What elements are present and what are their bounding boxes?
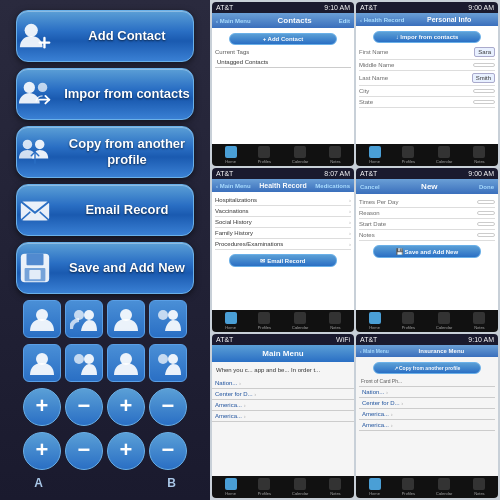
- health-nav-profiles[interactable]: Profiles: [258, 312, 271, 330]
- new-med-save-btn[interactable]: 💾 Save and Add New: [373, 245, 482, 258]
- insurance-nav-profiles[interactable]: Profiles: [402, 478, 415, 496]
- new-med-timesperday-value[interactable]: [477, 200, 495, 204]
- new-med-cancel[interactable]: Cancel: [360, 184, 380, 190]
- new-med-nav-home[interactable]: Home: [369, 312, 381, 330]
- left-panel: Add Contact Impor from contacts: [0, 0, 210, 500]
- personal-back[interactable]: ‹ Health Record: [360, 17, 404, 23]
- insurance-nation[interactable]: Nation...: [359, 387, 495, 398]
- copy-profile-icon: [17, 134, 53, 170]
- add-remove-row-1: + − + −: [23, 388, 187, 426]
- insurance-back[interactable]: ‹ Main Menu: [360, 348, 389, 354]
- insurance-nav-home[interactable]: Home: [369, 478, 381, 496]
- avatar-double-2[interactable]: [149, 300, 187, 338]
- svg-point-21: [168, 310, 178, 320]
- new-medication-screen: AT&T 9:00 AM Cancel New Done Times Per D…: [356, 168, 498, 332]
- remove-button-2[interactable]: −: [149, 388, 187, 426]
- health-nav-home-label: Home: [225, 325, 236, 330]
- ab-labels: A B: [8, 476, 202, 490]
- new-med-nav-notes[interactable]: Notes: [473, 312, 485, 330]
- copy-profile-button[interactable]: Copy from another profile: [16, 126, 194, 178]
- contacts-nav-profiles[interactable]: Profiles: [258, 146, 271, 164]
- new-med-save[interactable]: Done: [479, 184, 494, 190]
- avatar-double-3[interactable]: [65, 344, 103, 382]
- personal-carrier: AT&T: [360, 4, 377, 11]
- avatar-single-4[interactable]: [107, 344, 145, 382]
- new-med-nav-profiles[interactable]: Profiles: [402, 312, 415, 330]
- add-contact-button[interactable]: Add Contact: [16, 10, 194, 62]
- insurance-center[interactable]: Center for D...: [359, 398, 495, 409]
- personal-import-btn[interactable]: ↓ Impor from contacts: [373, 31, 482, 43]
- insurance-profiles-icon: [402, 478, 414, 490]
- email-record-button[interactable]: Email Record: [16, 184, 194, 236]
- health-vaccinations[interactable]: Vaccinations ›: [215, 206, 351, 217]
- contacts-nav-notes[interactable]: Notes: [329, 146, 341, 164]
- personal-nav-notes-label: Notes: [474, 159, 484, 164]
- insurance-america2[interactable]: America...: [359, 420, 495, 431]
- health-nav-calendar[interactable]: Calendar: [292, 312, 308, 330]
- health-nav-home[interactable]: Home: [225, 312, 237, 330]
- remove-button-3[interactable]: −: [65, 432, 103, 470]
- new-med-nav-calendar[interactable]: Calendar: [436, 312, 452, 330]
- health-social[interactable]: Social History ›: [215, 217, 351, 228]
- add-button-4[interactable]: +: [107, 432, 145, 470]
- personal-lastname-label: Last Name: [359, 75, 388, 81]
- contacts-edit[interactable]: Edit: [339, 18, 350, 24]
- insurance-copy-btn[interactable]: ↗ Copy from another profile: [373, 362, 482, 374]
- contacts-back[interactable]: ‹ Main Menu: [216, 18, 251, 24]
- insurance-nav-calendar[interactable]: Calendar: [436, 478, 452, 496]
- remove-button-1[interactable]: −: [65, 388, 103, 426]
- personal-middlename-value[interactable]: [473, 63, 495, 67]
- personal-nav-profiles[interactable]: Profiles: [402, 146, 415, 164]
- personal-nav-home[interactable]: Home: [369, 146, 381, 164]
- personal-city-value[interactable]: [473, 89, 495, 93]
- new-med-reason-value[interactable]: [477, 211, 495, 215]
- remove-button-4[interactable]: −: [149, 432, 187, 470]
- new-med-calendar-icon: [438, 312, 450, 324]
- label-a: A: [34, 476, 43, 490]
- insurance-nav-notes[interactable]: Notes: [473, 478, 485, 496]
- personal-lastname-value[interactable]: Smith: [472, 73, 495, 83]
- notes-icon: [329, 146, 341, 158]
- new-med-notes-value[interactable]: [477, 233, 495, 237]
- health-email-btn[interactable]: ✉ Email Record: [229, 254, 338, 267]
- main-menu-nation[interactable]: Nation...: [212, 378, 354, 389]
- main-menu-america2[interactable]: America...: [212, 411, 354, 422]
- health-procedures[interactable]: Procedures/Examinations ›: [215, 239, 351, 250]
- add-contact-icon: [17, 18, 53, 54]
- personal-nav-notes[interactable]: Notes: [473, 146, 485, 164]
- contacts-nav-home[interactable]: Home: [225, 146, 237, 164]
- main-menu-america1[interactable]: America...: [212, 400, 354, 411]
- health-nav-notes[interactable]: Notes: [329, 312, 341, 330]
- save-add-new-button[interactable]: Save and Add New: [16, 242, 194, 294]
- main-menu-nav-notes[interactable]: Notes: [329, 478, 341, 496]
- personal-header: ‹ Health Record Personal Info: [356, 13, 498, 26]
- avatar-double-1[interactable]: [65, 300, 103, 338]
- insurance-time: 9:10 AM: [468, 336, 494, 343]
- avatar-single-1[interactable]: [23, 300, 61, 338]
- impor-contacts-button[interactable]: Impor from contacts: [16, 68, 194, 120]
- health-family[interactable]: Family History ›: [215, 228, 351, 239]
- health-med-tab[interactable]: Medications: [315, 183, 350, 189]
- avatar-single-3[interactable]: [23, 344, 61, 382]
- new-med-startdate-value[interactable]: [477, 222, 495, 226]
- add-button-3[interactable]: +: [23, 432, 61, 470]
- personal-firstname-value[interactable]: Sara: [474, 47, 495, 57]
- insurance-america1[interactable]: America...: [359, 409, 495, 420]
- avatar-single-2[interactable]: [107, 300, 145, 338]
- insurance-statusbar: AT&T 9:10 AM: [356, 334, 498, 345]
- main-menu-nav-home[interactable]: Home: [225, 478, 237, 496]
- main-menu-header: Main Menu: [212, 345, 354, 362]
- personal-nav-calendar[interactable]: Calendar: [436, 146, 452, 164]
- personal-state-value[interactable]: [473, 100, 495, 104]
- add-button-1[interactable]: +: [23, 388, 61, 426]
- main-menu-nav-profiles[interactable]: Profiles: [258, 478, 271, 496]
- health-hospitalizations[interactable]: Hospitalizations ›: [215, 195, 351, 206]
- health-back[interactable]: ‹ Main Menu: [216, 183, 251, 189]
- main-menu-center[interactable]: Center for D...: [212, 389, 354, 400]
- new-med-timesperday-label: Times Per Day: [359, 199, 398, 205]
- contacts-nav-calendar[interactable]: Calendar: [292, 146, 308, 164]
- add-button-2[interactable]: +: [107, 388, 145, 426]
- contacts-add-btn[interactable]: + Add Contact: [229, 33, 338, 45]
- avatar-double-4[interactable]: [149, 344, 187, 382]
- main-menu-nav-calendar[interactable]: Calendar: [292, 478, 308, 496]
